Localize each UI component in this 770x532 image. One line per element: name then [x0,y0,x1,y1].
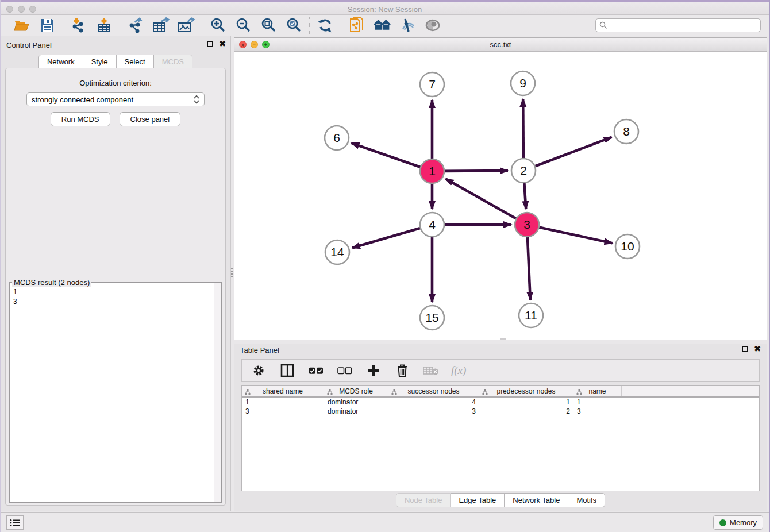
node-table[interactable]: shared nameMCDS rolesuccessor nodesprede… [241,385,760,491]
edge-4-14[interactable] [352,228,422,248]
tab-node-table[interactable]: Node Table [396,493,451,507]
column-header-MCDS-role[interactable]: MCDS role [324,386,388,396]
edge-3-11[interactable] [528,236,530,300]
column-header-successor-nodes[interactable]: successor nodes [388,386,479,396]
tab-network-table[interactable]: Network Table [505,493,568,507]
node-label-6: 6 [333,131,340,144]
dropdown-selected-value: strongly connected component [32,95,194,104]
zoom-fit-icon[interactable] [260,17,277,34]
open-folder-icon[interactable] [13,17,30,34]
export-image-icon[interactable] [178,17,195,34]
delete-table-icon[interactable] [422,362,440,379]
search-input[interactable] [610,21,757,29]
export-network-icon[interactable] [127,17,144,34]
table-cell[interactable]: 3 [242,407,324,416]
deselect-all-columns-icon[interactable] [336,362,353,379]
table-panel-title: Table Panel [240,346,279,354]
show-columns-icon[interactable] [279,362,296,379]
table-cell[interactable]: 1 [573,398,622,407]
float-panel-icon[interactable] [207,41,213,47]
delete-column-icon[interactable] [394,362,411,379]
network-canvas[interactable]: 7968124314101511 [234,52,767,340]
clone-network-icon[interactable] [348,17,365,34]
hierarchy-icon [391,389,397,395]
window-title: Session: New Session [1,5,769,14]
tab-style[interactable]: Style [83,55,117,69]
edge-2-8[interactable] [534,137,612,167]
node-label-1: 1 [429,164,436,178]
column-header-shared-name[interactable]: shared name [242,386,324,396]
tab-edge-table[interactable]: Edge Table [451,493,505,507]
search-icon [599,21,607,29]
column-header-predecessor-nodes[interactable]: predecessor nodes [479,386,573,396]
edge-3-1[interactable] [446,179,518,219]
edge-3-10[interactable] [538,227,613,243]
edge-2-3[interactable] [524,182,526,209]
status-bar: Memory [1,512,769,532]
close-panel-button[interactable]: Close panel [120,112,181,126]
tab-select[interactable]: Select [117,55,154,69]
network-window-title: scc.txt [234,40,767,49]
node-label-10: 10 [621,240,634,253]
float-table-panel-icon[interactable] [742,346,748,352]
hide-eye-icon[interactable] [399,17,416,34]
table-cell[interactable]: 3 [573,407,622,416]
table-cell[interactable]: 4 [388,398,479,407]
zoom-in-icon[interactable] [209,17,226,34]
close-panel-icon[interactable]: ✖ [219,41,226,47]
edge-1-6[interactable] [351,143,422,168]
hierarchy-icon [576,389,582,395]
gear-icon[interactable] [250,362,267,379]
result-scrollbar[interactable] [214,283,221,502]
node-label-15: 15 [425,311,438,324]
edge-1-2[interactable] [443,171,508,171]
tab-network[interactable]: Network [38,55,83,69]
window-titlebar: Session: New Session [1,0,769,15]
task-history-button[interactable] [6,515,24,530]
canvas-resize-handle[interactable] [500,338,506,340]
mcds-result-text[interactable]: 1 3 [13,287,213,501]
table-panel-tabs: Node TableEdge TableNetwork TableMotifs [396,493,605,507]
refresh-icon[interactable] [317,17,334,34]
edge-2-9[interactable] [523,99,523,160]
table-row[interactable]: 1dominator411 [242,398,759,407]
table-cell[interactable]: dominator [324,407,388,416]
select-all-columns-icon[interactable] [307,362,325,379]
table-cell[interactable]: 3 [388,407,479,416]
table-cell[interactable]: 1 [242,398,324,407]
optimization-criterion-label: Optimization criterion: [6,79,225,87]
table-cell[interactable]: dominator [324,398,388,407]
function-builder-icon[interactable]: f(x) [451,364,466,377]
run-mcds-button[interactable]: Run MCDS [51,112,110,126]
show-eye-icon[interactable] [424,17,441,34]
table-cell[interactable]: 1 [479,398,573,407]
zoom-selected-icon[interactable] [285,17,302,34]
import-network-icon[interactable] [70,17,87,34]
panel-splitter-handle[interactable] [231,268,233,278]
import-table-icon[interactable] [95,17,113,34]
application-window: Session: New Session [0,0,770,532]
mcds-result-title: MCDS result (2 nodes) [12,278,91,287]
optimization-criterion-dropdown[interactable]: strongly connected component [26,92,205,106]
add-column-icon[interactable] [365,362,382,379]
tab-mcds[interactable]: MCDS [154,55,192,69]
table-cell[interactable]: 2 [479,407,573,416]
memory-status-icon [719,519,726,526]
column-header-name[interactable]: name [573,386,622,396]
mcds-tab-content: Optimization criterion: strongly connect… [5,68,226,506]
tab-motifs[interactable]: Motifs [568,493,605,507]
zoom-out-icon[interactable] [234,17,252,34]
save-icon[interactable] [38,17,56,34]
node-label-8: 8 [623,125,630,138]
close-table-panel-icon[interactable]: ✖ [754,346,761,352]
search-field[interactable] [595,18,761,32]
network-graph[interactable]: 7968124314101511 [234,52,767,340]
network-window-titlebar[interactable]: x − + scc.txt [234,38,767,52]
memory-button[interactable]: Memory [713,515,763,530]
dropdown-stepper-icon [194,95,199,104]
home-icon[interactable] [374,17,391,34]
table-header-row: shared nameMCDS rolesuccessor nodesprede… [242,386,759,398]
node-label-7: 7 [429,78,436,91]
table-row[interactable]: 3dominator323 [242,407,759,416]
export-table-icon[interactable] [152,17,170,34]
